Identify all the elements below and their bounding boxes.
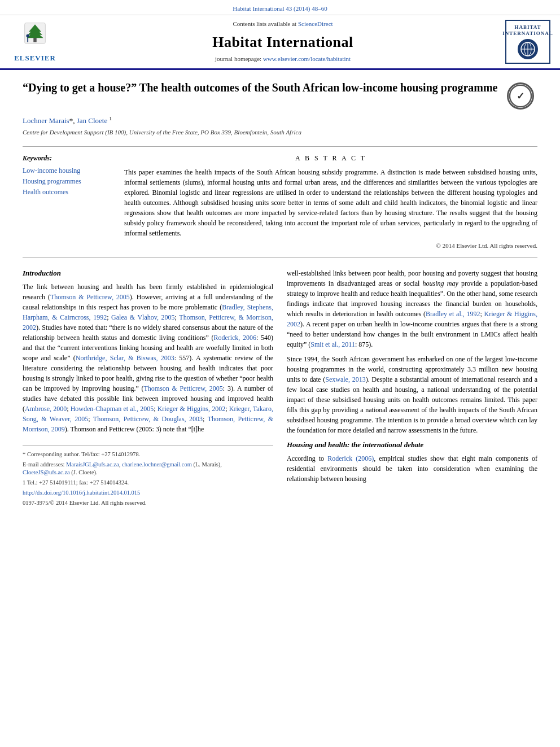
intro-para1: The link between housing and health has … bbox=[23, 282, 273, 434]
ref-northridge-2003[interactable]: Northridge, Sclar, & Biswas, 2003 bbox=[76, 354, 174, 362]
section2-heading: Housing and health: the international de… bbox=[287, 440, 537, 450]
elsevier-tree-icon bbox=[18, 20, 52, 51]
ref-thomson-petticrew-2005[interactable]: Thomson & Petticrew, 2005 bbox=[144, 385, 223, 392]
keyword-2[interactable]: Housing programmes bbox=[23, 177, 113, 186]
svg-point-5 bbox=[26, 34, 29, 38]
footer-doi-link[interactable]: http://dx.doi.org/10.1016/j.habitatint.2… bbox=[23, 490, 140, 496]
journal-homepage-line: journal homepage: www.elsevier.com/locat… bbox=[215, 55, 351, 63]
habitat-logo: HABITAT INTERNATIONAL bbox=[505, 20, 550, 64]
elsevier-logo: ELSEVIER bbox=[14, 20, 56, 63]
ref-howden-2005[interactable]: Howden-Chapman et al., 2005 bbox=[71, 405, 154, 413]
ref-smit-2011[interactable]: Smit et al., 2011 bbox=[310, 340, 355, 348]
journal-header: ELSEVIER Contents lists available at Sci… bbox=[0, 15, 560, 70]
crossmark-badge[interactable]: ✓ bbox=[504, 82, 537, 110]
article-body: Introduction The link between housing an… bbox=[23, 268, 537, 507]
keywords-column: Keywords: Low-income housing Housing pro… bbox=[23, 154, 113, 251]
copyright-line: © 2014 Elsevier Ltd. All rights reserved… bbox=[124, 242, 537, 250]
ref-roderick-2006[interactable]: Roderick, 2006 bbox=[213, 334, 256, 342]
footer-issn: 0197-3975/© 2014 Elsevier Ltd. All right… bbox=[23, 499, 273, 508]
keyword-1[interactable]: Low-income housing bbox=[23, 166, 113, 176]
ref-sexwale-2013[interactable]: Sexwale, 2013 bbox=[325, 375, 366, 383]
footer-doi: http://dx.doi.org/10.1016/j.habitatint.2… bbox=[23, 489, 273, 497]
footer-email1-link[interactable]: MaraisJGL@ufs.ac.za bbox=[66, 461, 119, 468]
affiliation-line: Centre for Development Support (IB 100),… bbox=[23, 128, 537, 137]
footer-email2-link[interactable]: charlene.lochner@gmail.com bbox=[122, 461, 192, 468]
journal-title: Habitat International bbox=[212, 32, 353, 53]
ref-ambrose-2000[interactable]: Ambrose, 2000 bbox=[25, 405, 67, 413]
intro-heading: Introduction bbox=[23, 268, 273, 278]
journal-header-right: HABITAT INTERNATIONAL bbox=[502, 20, 553, 64]
article-title: “Dying to get a house?” The health outco… bbox=[23, 80, 498, 95]
abstract-column: A B S T R A C T This paper examines the … bbox=[124, 154, 537, 251]
crossmark-icon: ✓ bbox=[507, 82, 534, 110]
habitat-logo-circle bbox=[518, 39, 538, 59]
keyword-3[interactable]: Health outcomes bbox=[23, 187, 113, 197]
habitat-circle-icon bbox=[520, 41, 536, 57]
science-direct-link[interactable]: ScienceDirect bbox=[298, 20, 333, 27]
right-para1: well-established links between poor heal… bbox=[287, 268, 537, 350]
footer-email3-link[interactable]: CloeteJS@ufs.ac.za bbox=[23, 469, 70, 475]
elsevier-logo-section: ELSEVIER bbox=[7, 20, 63, 64]
ref-roderick-2006-right[interactable]: Roderick (2006) bbox=[327, 455, 374, 462]
journal-citation-link[interactable]: Habitat International 43 (2014) 48–60 bbox=[233, 5, 327, 12]
section2-para: According to Roderick (2006), empirical … bbox=[287, 453, 537, 484]
ref-bradley-right[interactable]: Bradley et al., 1992 bbox=[426, 310, 480, 318]
author-marais-link[interactable]: Lochner Marais bbox=[23, 116, 69, 125]
journal-top-bar: Habitat International 43 (2014) 48–60 bbox=[0, 0, 560, 15]
article-title-section: “Dying to get a house?” The health outco… bbox=[23, 80, 537, 110]
authors-line: Lochner Marais*, Jan Cloete 1 bbox=[23, 115, 537, 126]
author-cloete-link[interactable]: Jan Cloete bbox=[77, 116, 108, 125]
ref-krieger-2002[interactable]: Krieger & Higgins, 2002 bbox=[158, 405, 226, 413]
habitat-logo-title: HABITAT INTERNATIONAL bbox=[502, 24, 553, 37]
left-column: Introduction The link between housing an… bbox=[23, 268, 273, 507]
abstract-text: This paper examines the health impacts o… bbox=[124, 167, 537, 238]
ref-thomson-douglas-2003[interactable]: Thomson, Petticrew, & Douglas, 2003 bbox=[93, 415, 203, 423]
right-para2: Since 1994, the South African government… bbox=[287, 354, 537, 435]
ref-galea-2005[interactable]: Galea & Vlahov, 2005 bbox=[111, 313, 174, 321]
abstract-section: Keywords: Low-income housing Housing pro… bbox=[23, 146, 537, 258]
keywords-heading: Keywords: bbox=[23, 154, 113, 163]
footer-footnote1: 1 Tel.: +27 514019111; fax: +27 51401432… bbox=[23, 479, 273, 487]
crossmark-svg: ✓ bbox=[509, 84, 532, 108]
svg-text:✓: ✓ bbox=[517, 90, 524, 102]
footer-emails: E-mail addresses: MaraisJGL@ufs.ac.za, c… bbox=[23, 461, 273, 477]
science-direct-line: Contents lists available at ScienceDirec… bbox=[233, 20, 333, 28]
ref-krieger-higgins-right[interactable]: Krieger & Higgins, 2002 bbox=[287, 310, 537, 328]
elsevier-label: ELSEVIER bbox=[14, 53, 56, 63]
author-sup: 1 bbox=[109, 116, 112, 121]
footer-corresponding: * Corresponding author. Tel/fax: +27 514… bbox=[23, 451, 273, 459]
footer-section: * Corresponding author. Tel/fax: +27 514… bbox=[23, 445, 273, 507]
journal-homepage-link[interactable]: www.elsevier.com/locate/habitatint bbox=[263, 55, 351, 62]
right-column: well-established links between poor heal… bbox=[287, 268, 537, 507]
journal-header-center: Contents lists available at ScienceDirec… bbox=[69, 20, 497, 64]
main-content: “Dying to get a house?” The health outco… bbox=[0, 70, 560, 518]
ref-thomson-2005[interactable]: Thomson & Petticrew, 2005 bbox=[50, 293, 130, 301]
abstract-heading: A B S T R A C T bbox=[124, 154, 537, 163]
